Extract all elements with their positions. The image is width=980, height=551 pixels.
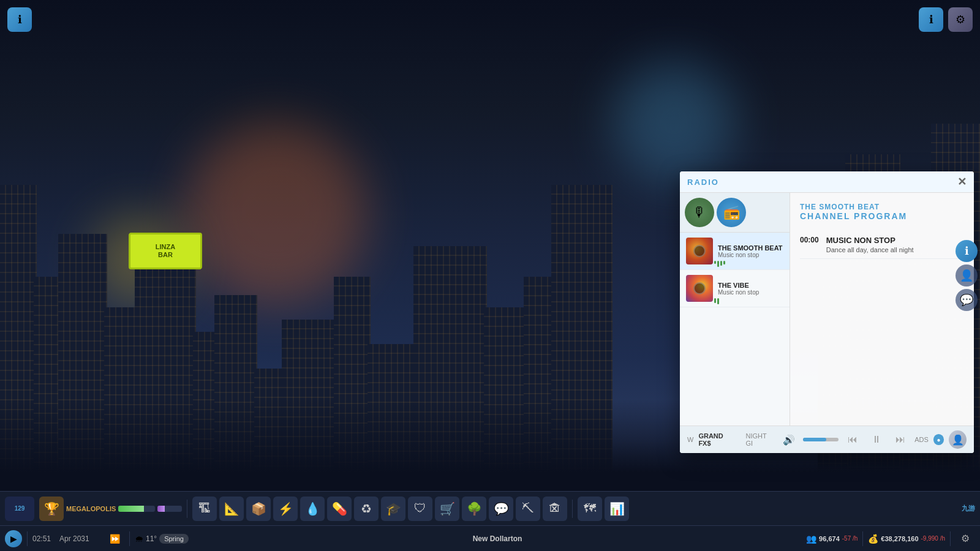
industry-button[interactable]: ⛏	[516, 497, 540, 521]
speed-button[interactable]: ⏩	[105, 529, 124, 549]
routes-icon: 🗺	[584, 501, 596, 515]
bb-settings-icon: ⚙	[961, 533, 970, 544]
routes-button[interactable]: 🗺	[578, 497, 602, 521]
radio-icon-button[interactable]: 📻	[717, 198, 746, 227]
health-button[interactable]: 💊	[327, 497, 352, 521]
icon-bar: 129 🏆 MEGALOPOLIS 🏗 📐 📦 ⚡ 💧 💊 ♻ 🎓 🛡 🛒 🌳 …	[0, 491, 980, 525]
info-button[interactable]: ℹ	[7, 7, 32, 32]
xp-fill	[157, 506, 165, 512]
water-button[interactable]: 💧	[300, 497, 325, 521]
help-button[interactable]: ℹ	[919, 7, 943, 32]
station-item-smooth-beat[interactable]: THE SMOOTH BEAT Music non stop	[680, 233, 790, 270]
radio-header: RADIO ✕	[680, 171, 974, 193]
channel-subtitle: CHANNEL PROGRAM	[800, 211, 964, 221]
player-night-label: NIGHT GI	[746, 432, 775, 447]
radio-body: 🎙 📻 THE SMOOTH BEAT Music non stop	[680, 193, 974, 425]
station-indicator-smooth	[714, 261, 725, 267]
garbage-button[interactable]: 🏚	[543, 497, 567, 521]
rs-info-button[interactable]: ℹ	[956, 240, 978, 262]
program-details-0: MUSIC NON STOP Dance all day, dance all …	[826, 236, 914, 253]
glow-2	[612, 61, 735, 184]
recycling-icon: ♻	[361, 501, 372, 516]
next-button[interactable]: ⏭	[891, 430, 910, 449]
program-time-0: 00:00	[800, 236, 819, 244]
electricity-button[interactable]: ⚡	[273, 497, 298, 521]
station-indicator-vibe	[714, 298, 719, 304]
help-icon: ℹ	[929, 13, 933, 26]
rs-chat-button[interactable]: 💬	[956, 289, 978, 311]
megalopolis-badge: MEGALOPOLIS	[66, 505, 116, 512]
program-item-0: 00:00 MUSIC NON STOP Dance all day, danc…	[800, 231, 964, 259]
megalopolis-label: MEGALOPOLIS	[66, 505, 116, 512]
road-button[interactable]: 📐	[219, 497, 244, 521]
temperature: 11°	[146, 534, 157, 543]
population-badge-button[interactable]: 129	[5, 497, 34, 521]
rs-user-button[interactable]: 👤	[956, 264, 978, 287]
zone-button[interactable]: 🏗	[192, 497, 217, 521]
settings-icon: ⚙	[956, 13, 965, 26]
recycling-button[interactable]: ♻	[354, 497, 379, 521]
bb-settings-button[interactable]: ⚙	[956, 529, 975, 549]
pop-icon: 👥	[806, 534, 816, 544]
station-desc-vibe: Music non stop	[718, 289, 783, 296]
money-value: €38,278,160	[881, 535, 918, 542]
station-desc-smooth: Music non stop	[718, 252, 783, 258]
money-rate: -9,990 /h	[921, 535, 945, 542]
xp-bar	[157, 506, 182, 512]
channel-program-panel: THE SMOOTH BEAT CHANNEL PROGRAM 00:00 MU…	[790, 193, 974, 425]
population-value: 96,674	[819, 535, 840, 542]
deathcare-icon: 💬	[494, 501, 509, 516]
city-name: New Dollarton	[191, 534, 804, 543]
trophy-button[interactable]: 🏆	[39, 497, 64, 521]
play-button[interactable]: ▶	[5, 530, 22, 547]
top-right-controls: ℹ ⚙	[919, 7, 973, 32]
info-icon: ℹ	[18, 13, 22, 26]
population-count: 129	[15, 505, 25, 512]
user-avatar[interactable]: 👤	[949, 430, 967, 449]
fire-icon: 🛡	[414, 501, 426, 515]
deathcare-button[interactable]: 💬	[489, 497, 513, 521]
player-w-label: W	[687, 436, 693, 443]
station-info-vibe: THE VIBE Music non stop	[718, 282, 783, 296]
police-button[interactable]: 🛒	[435, 497, 459, 521]
vibe-bar-2	[717, 298, 719, 304]
volume-button[interactable]: 🔊	[779, 430, 798, 449]
prev-button[interactable]: ⏮	[843, 430, 862, 449]
bar-1	[714, 261, 716, 264]
branding: 九游	[962, 504, 975, 513]
population-stat: 👥 96,674 -57 /h	[806, 534, 858, 544]
radio-player-bar: W GRAND FX$ NIGHT GI 🔊 ⏮ ⏸ ⏭ ADS ● 👤	[680, 425, 974, 453]
settings-button[interactable]: ⚙	[948, 7, 973, 32]
top-left-info[interactable]: ℹ	[7, 7, 32, 32]
fire-button[interactable]: 🛡	[408, 497, 432, 521]
ads-label: ADS	[914, 436, 929, 443]
vibe-bar-1	[714, 298, 716, 303]
parks-icon: 🌳	[467, 501, 482, 516]
education-button[interactable]: 🎓	[381, 497, 405, 521]
volume-slider[interactable]	[803, 438, 839, 441]
date-display: Apr 2031	[59, 534, 102, 543]
channel-name: THE SMOOTH BEAT	[800, 203, 964, 211]
garbage-icon: 🏚	[549, 501, 561, 515]
rs-chat-icon: 💬	[960, 293, 973, 307]
mic-icon-button[interactable]: 🎙	[685, 198, 714, 227]
bb-divider-1	[27, 531, 28, 546]
population-fill	[118, 506, 144, 512]
population-badge-container: 129	[5, 497, 34, 521]
education-icon: 🎓	[386, 501, 401, 516]
brand-label: 九游	[962, 504, 975, 513]
district-button[interactable]: 📦	[246, 497, 271, 521]
bb-divider-4	[950, 531, 951, 546]
ads-icon: ●	[937, 437, 940, 443]
ads-circle-button[interactable]: ●	[933, 434, 944, 445]
electricity-icon: ⚡	[278, 501, 293, 516]
station-item-vibe[interactable]: THE VIBE Music non stop	[680, 270, 790, 307]
parks-button[interactable]: 🌳	[462, 497, 486, 521]
play-icon: ▶	[10, 534, 17, 544]
bb-divider-3	[862, 531, 863, 546]
radio-close-button[interactable]: ✕	[957, 175, 967, 189]
population-bar	[118, 506, 155, 512]
stats-button[interactable]: 📊	[605, 497, 629, 521]
volume-fill	[803, 438, 826, 441]
pause-button[interactable]: ⏸	[867, 430, 886, 449]
